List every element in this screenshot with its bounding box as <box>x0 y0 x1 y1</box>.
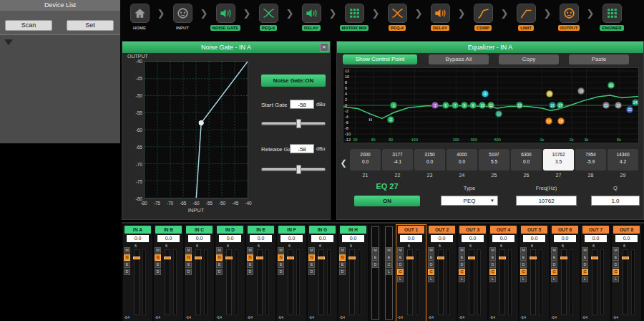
channel-button-n[interactable]: N <box>155 254 161 261</box>
channel-button-e[interactable]: E <box>459 254 465 261</box>
channel-gain-value[interactable]: 0.0 <box>250 235 272 242</box>
channel-button-e[interactable]: E <box>551 254 557 261</box>
channel-button-m[interactable]: M <box>520 247 527 254</box>
channel-gain-value[interactable]: 0.0 <box>523 235 545 242</box>
channel-button-m[interactable]: M <box>339 247 346 254</box>
channel-gain-value[interactable]: 0.0 <box>431 235 453 242</box>
channel-strip-out-3[interactable]: OUT 30.0MEDCL6-64 <box>458 225 487 321</box>
chevron-left-icon[interactable]: ❮ <box>338 152 348 173</box>
fader-handle[interactable] <box>256 257 263 259</box>
link-strip-2[interactable]: MECL <box>383 225 395 321</box>
channel-button-n[interactable]: N <box>278 254 284 261</box>
link-strip-1[interactable]: MED <box>369 225 381 321</box>
channel-gain-value[interactable]: 0.0 <box>492 235 514 242</box>
fader-handle[interactable] <box>499 257 506 259</box>
channel-button-n[interactable]: N <box>308 254 315 261</box>
eq-control-point[interactable]: 17 <box>557 102 564 109</box>
fader-handle[interactable] <box>225 257 233 259</box>
channel-button-c[interactable]: C <box>397 269 404 275</box>
link-button-l[interactable]: L <box>386 269 392 275</box>
channel-strip-in-h[interactable]: IN H0.0MNED6-64 <box>338 225 368 321</box>
channel-gain-value[interactable]: 0.0 <box>188 235 210 242</box>
fader-handle[interactable] <box>530 257 537 259</box>
set-button[interactable]: Set <box>67 20 114 31</box>
start-gate-slider-thumb[interactable] <box>296 119 301 128</box>
fader-track[interactable] <box>407 249 413 315</box>
fader-track[interactable] <box>530 249 536 315</box>
channel-button-d[interactable]: D <box>520 262 527 268</box>
channel-button-m[interactable]: M <box>459 247 465 254</box>
channel-strip-out-1[interactable]: OUT 10.0MEDCL6-64 <box>396 225 426 321</box>
channel-button-m[interactable]: M <box>613 247 619 254</box>
fader-track[interactable] <box>195 249 201 315</box>
scan-button[interactable]: Scan <box>5 20 52 31</box>
toolbar-item-enginer[interactable]: ENGINER <box>595 4 628 31</box>
channel-button-e[interactable]: E <box>278 262 284 268</box>
eq-on-button[interactable]: ON <box>354 196 420 206</box>
eq-control-point[interactable]: 18 <box>557 118 565 125</box>
eq-control-point[interactable]: 9 <box>469 102 477 109</box>
channel-button-c[interactable]: C <box>428 269 434 275</box>
channel-button-c[interactable]: C <box>582 269 588 275</box>
channel-button-m[interactable]: M <box>551 247 557 254</box>
channel-gain-value[interactable]: 0.0 <box>127 235 149 242</box>
channel-gain-value[interactable]: 0.0 <box>615 235 638 242</box>
channel-button-m[interactable]: M <box>397 247 404 254</box>
dropdown-arrow-icon[interactable] <box>4 39 13 45</box>
channel-button-l[interactable]: L <box>551 276 557 282</box>
channel-gain-value[interactable]: 0.0 <box>157 235 180 242</box>
toolbar-item-peq-x[interactable]: PEQ-X <box>252 4 285 31</box>
channel-button-d[interactable]: D <box>185 269 192 275</box>
eq-band-cell[interactable]: 7954-5.928 <box>575 149 606 171</box>
eq-band-cell[interactable]: 51975.525 <box>479 149 509 171</box>
fader-track[interactable] <box>499 249 505 315</box>
channel-button-c[interactable]: C <box>489 269 496 275</box>
eq-control-point[interactable]: 13 <box>516 102 523 109</box>
link-button-e[interactable]: E <box>386 254 392 261</box>
link-button-m[interactable]: M <box>386 247 392 254</box>
close-icon[interactable]: ✕ <box>320 43 328 52</box>
eq-band-cell[interactable]: 20000.021 <box>350 149 381 171</box>
channel-strip-in-g[interactable]: IN G0.0MNED6-64 <box>308 225 337 321</box>
channel-button-d[interactable]: D <box>124 269 130 275</box>
channel-button-d[interactable]: D <box>247 269 253 275</box>
channel-button-e[interactable]: E <box>216 262 223 268</box>
channel-button-d[interactable]: D <box>308 269 315 275</box>
eq-control-point[interactable]: 21 <box>602 102 610 109</box>
channel-button-e[interactable]: E <box>582 254 588 261</box>
link-button-m[interactable]: M <box>372 247 379 254</box>
channel-button-c[interactable]: C <box>613 269 619 275</box>
q-value-field[interactable]: 1.0 <box>591 196 640 206</box>
channel-button-n[interactable]: N <box>124 254 130 261</box>
fader-track[interactable] <box>592 249 597 315</box>
type-select[interactable]: PEQ ▼ <box>441 196 498 206</box>
eq-band-cell[interactable]: 31500.023 <box>414 149 445 171</box>
channel-button-e[interactable]: E <box>124 262 130 268</box>
toolbar-item-delay[interactable]: DELAY <box>424 4 457 31</box>
fader-track[interactable] <box>288 249 293 315</box>
channel-button-l[interactable]: L <box>459 276 465 282</box>
eq-band-cell[interactable]: 143404.229 <box>608 149 638 171</box>
toolbar-item-matrix-mix[interactable]: MATRIX MIX <box>338 4 371 31</box>
toolbar-item-input[interactable]: INPUT <box>166 4 199 31</box>
link-button-d[interactable]: D <box>372 262 379 268</box>
channel-button-n[interactable]: N <box>216 254 223 261</box>
eq-band-cell[interactable]: 40000.024 <box>447 149 477 171</box>
toolbar-item-home[interactable]: HOME <box>123 4 156 31</box>
fader-handle[interactable] <box>164 257 171 259</box>
eq-band-cell[interactable]: 63000.026 <box>511 149 542 171</box>
toolbar-item-comp[interactable]: COMP <box>467 4 499 31</box>
channel-button-m[interactable]: M <box>489 247 496 254</box>
eq-control-point[interactable]: 20 <box>608 82 615 89</box>
eq-band-cell[interactable]: 3177-4.122 <box>382 149 413 171</box>
channel-button-d[interactable]: D <box>613 262 619 268</box>
eq-control-point[interactable]: 7 <box>452 102 459 109</box>
channel-button-e[interactable]: E <box>339 262 346 268</box>
release-gate-slider-thumb[interactable] <box>296 165 301 174</box>
channel-button-n[interactable]: N <box>185 254 192 261</box>
eq-control-point[interactable]: 8 <box>461 102 468 109</box>
channel-gain-value[interactable]: 0.0 <box>400 235 422 242</box>
channel-strip-out-7[interactable]: OUT 70.0MEDCL6-64 <box>581 225 610 321</box>
channel-button-m[interactable]: M <box>247 247 253 254</box>
eq-control-point[interactable]: 22 <box>626 106 633 113</box>
